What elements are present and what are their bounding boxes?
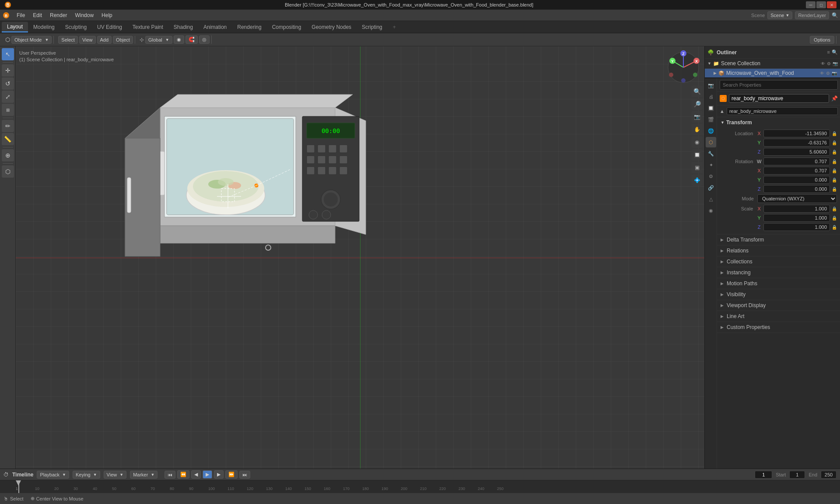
pan-btn[interactable]: ✋ [691,124,703,135]
tab-rendering[interactable]: Rendering [232,22,266,32]
options-btn[interactable]: Options [810,36,834,44]
display-mode-btn[interactable]: 💠 [691,175,703,186]
next-frame-btn[interactable]: ⏩ [225,470,238,479]
viewport-display-section[interactable]: ▶ Viewport Display [717,300,840,311]
prop-render-icon[interactable]: 📷 [706,80,716,91]
timeline-ruler[interactable]: 1 10 20 30 40 50 60 70 80 90 100 110 120… [0,480,840,493]
tab-scripting[interactable]: Scripting [357,22,388,32]
tab-animation[interactable]: Animation [198,22,232,32]
prop-scene-icon[interactable]: 🎬 [706,114,716,125]
prop-material-icon[interactable]: ◉ [706,205,716,216]
jump-start-btn[interactable]: ⏮ [164,471,175,479]
tab-shading[interactable]: Shading [168,22,198,32]
tab-sculpting[interactable]: Sculpting [60,22,92,32]
current-frame-input[interactable] [755,471,772,479]
measure-tool-btn[interactable]: 📏 [2,133,14,145]
prev-keyframe-btn[interactable]: ◀ [191,470,201,479]
object-pin-icon[interactable]: 📌 [831,95,838,102]
prop-physics-icon[interactable]: ⚙ [706,171,716,182]
marker-dropdown[interactable]: Marker ▼ [130,471,158,479]
location-x-lock[interactable]: 🔒 [832,131,837,136]
rotation-y-input[interactable] [763,176,830,184]
move-tool-btn[interactable]: ✛ [2,64,14,77]
menu-help[interactable]: Help [98,11,116,19]
tab-compositing[interactable]: Compositing [267,22,307,32]
location-x-input[interactable] [763,130,830,137]
scene-dropdown[interactable]: Scene ▼ [767,11,792,19]
tab-texture-paint[interactable]: Texture Paint [127,22,168,32]
navigation-gizmo[interactable]: X Y Z [666,50,701,85]
mode-dropdown[interactable]: Object Mode ▼ [11,36,52,44]
rotate-tool-btn[interactable]: ↺ [2,77,14,90]
overlay-btn[interactable]: 🔲 [691,149,703,161]
tab-layout[interactable]: Layout [2,22,28,32]
scale-z-input[interactable] [763,223,830,231]
rotation-z-input[interactable] [763,185,830,193]
transform-section-header[interactable]: ▼ Transform [717,117,840,128]
rotation-x-input[interactable] [763,167,830,175]
start-frame-input[interactable] [789,471,805,479]
prev-frame-btn[interactable]: ⏪ [177,470,189,479]
select-tool-btn[interactable]: ↖ [2,48,14,60]
prop-modifiers-icon[interactable]: 🔧 [706,148,716,159]
prop-data-icon[interactable]: △ [706,194,716,204]
object-data-name-input[interactable] [727,107,838,115]
cursor-tool-btn[interactable]: ⊕ [2,149,14,161]
add-btn[interactable]: Add [97,36,112,44]
search-header-icon[interactable]: 🔍 [832,12,838,18]
menu-render[interactable]: Render [46,11,70,19]
collections-section[interactable]: ▶ Collections [717,256,840,267]
transform-pivot-btn[interactable]: ◉ [174,35,184,44]
global-dropdown[interactable]: Global ▼ [145,36,172,44]
view-btn[interactable]: View [79,36,96,44]
location-z-input[interactable] [763,148,830,156]
outliner-search-icon[interactable]: 🔍 [832,49,838,55]
prop-constraints-icon[interactable]: 🔗 [706,182,716,193]
scale-y-lock[interactable]: 🔒 [832,216,837,220]
zoom-in-btn[interactable]: 🔍 [691,86,703,97]
rotation-x-lock[interactable]: 🔒 [832,168,837,173]
menu-edit[interactable]: Edit [29,11,46,19]
viewport[interactable]: User Perspective (1) Scene Collection | … [16,46,704,469]
scale-tool-btn[interactable]: ⤢ [2,91,14,103]
scale-z-lock[interactable]: 🔒 [832,225,837,230]
tab-uv-editing[interactable]: UV Editing [92,22,127,32]
timeline-view-dropdown[interactable]: View ▼ [104,471,127,479]
rotation-y-lock[interactable]: 🔒 [832,178,837,182]
add-primitive-btn[interactable]: ⬡ [2,165,14,178]
object-name-input[interactable]: rear_body_microwave [729,94,829,103]
proportional-btn[interactable]: ◎ [199,35,210,44]
end-frame-input[interactable] [821,471,836,479]
prop-world-icon[interactable]: 🌐 [706,126,716,136]
xray-btn[interactable]: ▣ [691,162,703,173]
rotation-w-input[interactable] [763,158,830,165]
scale-y-input[interactable] [763,214,830,222]
scale-x-input[interactable] [763,205,830,213]
rotation-z-lock[interactable]: 🔒 [832,187,837,192]
location-z-lock[interactable]: 🔒 [832,150,837,154]
transform-tool-btn[interactable]: ⊞ [2,104,14,116]
viewport-render-btn[interactable]: ◉ [691,136,703,148]
add-workspace-btn[interactable]: + [388,22,401,32]
prop-output-icon[interactable]: 🖨 [706,91,716,102]
snap-btn[interactable]: 🧲 [186,35,198,44]
scale-x-lock[interactable]: 🔒 [832,206,837,211]
play-btn[interactable]: ▶ [203,470,212,479]
location-y-lock[interactable]: 🔒 [832,140,837,145]
render-engine[interactable]: RenderLayer [795,11,829,19]
rotation-mode-dropdown[interactable]: Quaternion (WXYZ) XYZ Euler XZY Euler YX… [757,194,837,203]
outliner-item-microwave[interactable]: ▶ 📦 Microwave_Oven_with_Food 👁 ⚙ 📷 [705,69,840,77]
visibility-section[interactable]: ▶ Visibility [717,289,840,300]
prop-particles-icon[interactable]: ✦ [706,160,716,170]
panel-search-input[interactable] [720,80,838,90]
menu-window[interactable]: Window [71,11,97,19]
object-btn[interactable]: Object [113,36,133,44]
annotate-tool-btn[interactable]: ✏ [2,120,14,132]
jump-end-btn[interactable]: ⏭ [239,471,250,479]
custom-properties-section[interactable]: ▶ Custom Properties [717,322,840,333]
minimize-btn[interactable]: ─ [806,1,816,8]
line-art-section[interactable]: ▶ Line Art [717,311,840,322]
tab-modeling[interactable]: Modeling [28,22,60,32]
location-y-input[interactable] [763,139,830,147]
select-btn[interactable]: Select [58,36,78,44]
